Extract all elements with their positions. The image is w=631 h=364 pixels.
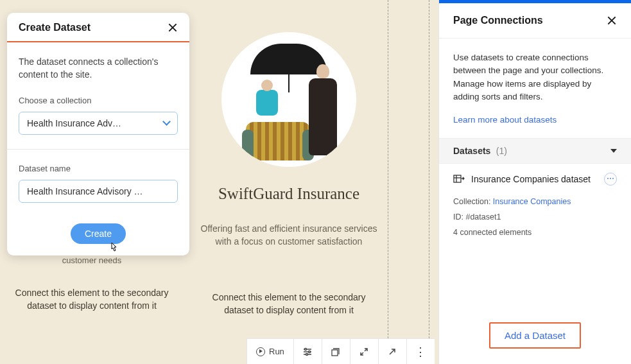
collection-label: Choose a collection	[19, 96, 178, 105]
collection-select-value[interactable]	[19, 112, 178, 135]
modal-description: The dataset connects a collection's cont…	[19, 55, 178, 82]
collection-select[interactable]	[19, 112, 178, 135]
svg-point-4	[309, 351, 311, 352]
play-icon	[256, 347, 265, 356]
id-meta-label: ID:	[453, 212, 465, 221]
guide-line	[429, 0, 429, 364]
datasets-count: (1)	[496, 146, 507, 156]
run-button[interactable]: Run	[246, 339, 293, 365]
center-column: SwiftGuard Insurance Offering fast and e…	[193, 32, 385, 248]
bottom-toolbar: Run	[246, 338, 435, 364]
divider	[7, 149, 189, 150]
collection-meta-label: Collection:	[453, 197, 493, 206]
left-snippet: customer needs	[5, 256, 178, 265]
expand-icon[interactable]	[350, 339, 378, 365]
layers-icon[interactable]	[322, 339, 350, 365]
modal-header: Create Dataset	[7, 13, 189, 42]
panel-header: Page Connections	[439, 3, 631, 39]
company-title[interactable]: SwiftGuard Insurance	[193, 185, 385, 203]
datasets-label: Datasets	[453, 146, 490, 156]
arrow-up-right-icon[interactable]	[378, 339, 406, 365]
create-button[interactable]: Create	[71, 223, 126, 244]
learn-more-link[interactable]: Learn more about datasets	[453, 115, 557, 125]
dataset-item[interactable]: Insurance Companies dataset Collection: …	[439, 164, 631, 250]
more-vertical-icon[interactable]	[406, 339, 435, 365]
page-connections-panel: Page Connections Use datasets to create …	[438, 0, 631, 364]
triangle-down-icon	[610, 149, 617, 153]
close-icon[interactable]	[607, 15, 617, 26]
connect-placeholder-left[interactable]: Connect this element to the secondary da…	[5, 287, 178, 312]
left-column: customer needs Connect this element to t…	[5, 256, 178, 312]
dataset-item-name: Insurance Companies dataset	[471, 174, 598, 184]
settings-sliders-icon[interactable]	[293, 339, 322, 365]
create-dataset-modal: Create Dataset The dataset connects a co…	[7, 13, 189, 256]
id-meta-value: #dataset1	[465, 212, 501, 221]
collection-meta-link[interactable]: Insurance Companies	[493, 197, 571, 206]
svg-point-5	[306, 353, 308, 355]
panel-body: Use datasets to create connections betwe…	[439, 39, 631, 138]
guide-line	[388, 0, 388, 364]
dataset-meta: Collection: Insurance Companies ID: #dat…	[453, 195, 617, 240]
add-dataset-button[interactable]: Add a Dataset	[489, 322, 581, 349]
panel-title: Page Connections	[453, 15, 543, 26]
connect-placeholder-center[interactable]: Connect this element to the secondary da…	[199, 291, 379, 316]
dataset-name-label: Dataset name	[19, 164, 178, 173]
dataset-name-field[interactable]	[19, 180, 178, 203]
modal-highlight-frame: The dataset connects a collection's cont…	[7, 41, 189, 256]
close-icon[interactable]	[168, 22, 178, 33]
dataset-name-input[interactable]	[19, 180, 178, 203]
svg-rect-9	[454, 175, 461, 182]
svg-point-3	[305, 348, 307, 350]
run-label: Run	[269, 347, 284, 356]
company-description[interactable]: Offering fast and efficient insurance se…	[193, 222, 385, 248]
connected-elements: 4 connected elements	[453, 225, 617, 241]
svg-rect-6	[332, 350, 338, 356]
datasets-section-header[interactable]: Datasets (1)	[439, 138, 631, 164]
dataset-icon	[453, 173, 465, 185]
panel-footer: Add a Dataset	[439, 311, 631, 364]
dataset-more-icon[interactable]	[604, 173, 617, 186]
panel-intro: Use datasets to create connections betwe…	[453, 51, 617, 103]
cursor-pointer-icon	[108, 241, 119, 257]
hero-image[interactable]	[221, 32, 356, 167]
modal-title: Create Dataset	[19, 22, 91, 33]
